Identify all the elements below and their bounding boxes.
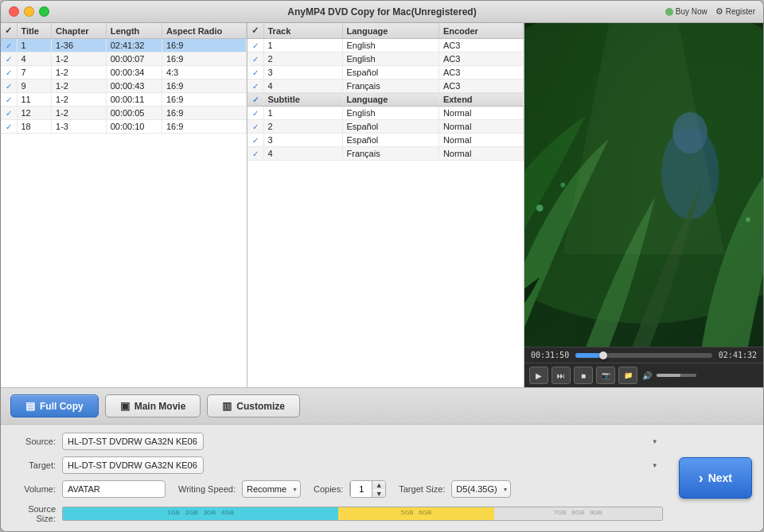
track-check[interactable]: ✓ — [248, 39, 263, 52]
volume-label: Volume: — [12, 484, 56, 494]
source-select-wrapper: HL-DT-ST DVDRW GA32N KE06 — [62, 433, 663, 450]
volume-input[interactable] — [62, 480, 166, 498]
track-check-header: ✓ — [248, 23, 263, 39]
copies-up-button[interactable]: ▲ — [372, 480, 385, 489]
empty-segment: 7GB 8GB 9GB — [494, 507, 662, 520]
sub-extend: Normal — [439, 107, 523, 120]
play-button[interactable]: ▶ — [529, 367, 548, 384]
row-chapter: 1-2 — [52, 52, 107, 66]
buy-now-button[interactable]: Buy Now — [665, 7, 707, 16]
minimize-button[interactable] — [24, 6, 34, 17]
copies-input[interactable] — [350, 481, 372, 497]
next-button[interactable]: › Next — [679, 457, 752, 499]
source-size-label: Source Size: — [12, 504, 56, 523]
row-title: 9 — [17, 80, 52, 93]
sub-check[interactable]: ✓ — [248, 147, 263, 161]
copies-down-button[interactable]: ▼ — [372, 489, 385, 498]
subtitle-row[interactable]: ✓ 2 Español Normal — [248, 120, 524, 134]
track-check[interactable]: ✓ — [248, 66, 263, 80]
sub-check[interactable]: ✓ — [248, 107, 263, 120]
buttons-row: ▤ Full Copy ▣ Main Movie ▥ Customize — [1, 388, 763, 425]
title-check-header: ✓ — [1, 23, 17, 39]
row-check[interactable]: ✓ — [1, 107, 17, 120]
options-row: Volume: Writing Speed: Recomme 2x 4x 8x … — [12, 480, 663, 498]
traffic-lights — [9, 6, 49, 17]
track-lang: Español — [342, 66, 439, 80]
row-check[interactable]: ✓ — [1, 52, 17, 66]
close-button[interactable] — [9, 6, 19, 17]
sub-num: 3 — [263, 134, 342, 147]
volume-slider[interactable] — [657, 374, 696, 377]
track-row[interactable]: ✓ 4 Français AC3 — [248, 80, 524, 93]
track-row[interactable]: ✓ 1 English AC3 — [248, 39, 524, 52]
register-button[interactable]: ⚙ Register — [715, 6, 755, 17]
row-check[interactable]: ✓ — [1, 39, 17, 52]
title-row[interactable]: ✓ 12 1-2 00:00:05 16:9 — [1, 107, 247, 120]
sub-check[interactable]: ✓ — [248, 134, 263, 147]
sub-check[interactable]: ✓ — [248, 120, 263, 134]
target-select[interactable]: HL-DT-ST DVDRW GA32N KE06 — [62, 456, 204, 474]
title-row[interactable]: ✓ 9 1-2 00:00:43 16:9 — [1, 80, 247, 93]
subtitle-row[interactable]: ✓ 1 English Normal — [248, 107, 524, 120]
writing-speed-select[interactable]: Recomme 2x 4x 8x — [242, 480, 301, 498]
target-size-wrapper: D5(4.35G) D9(7.95G) — [451, 480, 511, 498]
title-row[interactable]: ✓ 1 1-36 02:41:32 16:9 — [1, 39, 247, 52]
row-length: 00:00:34 — [106, 66, 162, 80]
row-check[interactable]: ✓ — [1, 120, 17, 134]
sub-num: 2 — [263, 120, 342, 134]
track-num: 2 — [263, 52, 342, 66]
encoder-header: Encoder — [439, 23, 523, 39]
track-lang: English — [342, 52, 439, 66]
form-area: Source: HL-DT-ST DVDRW GA32N KE06 Target… — [1, 425, 763, 531]
preview-video — [524, 23, 763, 347]
sub-extend: Normal — [439, 134, 523, 147]
sub-lang: Español — [342, 120, 439, 134]
yellow-segment: 5GB 6GB — [338, 507, 494, 520]
register-icon: ⚙ — [715, 6, 723, 17]
customize-button[interactable]: ▥ Customize — [207, 394, 300, 417]
track-check[interactable]: ✓ — [248, 80, 263, 93]
progress-bar[interactable] — [575, 353, 712, 358]
row-title: 12 — [17, 107, 52, 120]
row-check[interactable]: ✓ — [1, 66, 17, 80]
row-check[interactable]: ✓ — [1, 93, 17, 107]
track-encoder: AC3 — [439, 39, 523, 52]
full-copy-button[interactable]: ▤ Full Copy — [10, 394, 99, 417]
target-row: Target: HL-DT-ST DVDRW GA32N KE06 — [12, 456, 663, 474]
subtitle-row[interactable]: ✓ 3 Español Normal — [248, 134, 524, 147]
target-select-wrapper: HL-DT-ST DVDRW GA32N KE06 — [62, 456, 663, 474]
track-encoder: AC3 — [439, 80, 523, 93]
target-size-select[interactable]: D5(4.35G) D9(7.95G) — [451, 480, 511, 498]
track-row[interactable]: ✓ 3 Español AC3 — [248, 66, 524, 80]
title-row[interactable]: ✓ 18 1-3 00:00:10 16:9 — [1, 120, 247, 134]
title-row[interactable]: ✓ 7 1-2 00:00:34 4:3 — [1, 66, 247, 80]
title-row[interactable]: ✓ 4 1-2 00:00:07 16:9 — [1, 52, 247, 66]
track-num: 1 — [263, 39, 342, 52]
window-title: AnyMP4 DVD Copy for Mac(Unregistered) — [287, 6, 476, 17]
main-movie-button[interactable]: ▣ Main Movie — [105, 394, 201, 417]
buy-now-icon — [665, 8, 673, 16]
snapshot-button[interactable]: 📷 — [596, 367, 615, 384]
sub-num: 1 — [263, 107, 342, 120]
row-check[interactable]: ✓ — [1, 80, 17, 93]
tables-area: ✓ Title Chapter Length Aspect Radio ✓ 1 … — [1, 23, 763, 388]
row-aspect: 16:9 — [162, 120, 246, 134]
maximize-button[interactable] — [39, 6, 49, 17]
title-row[interactable]: ✓ 11 1-2 00:00:11 16:9 — [1, 93, 247, 107]
track-row[interactable]: ✓ 2 English AC3 — [248, 52, 524, 66]
sub-col-header: Subtitle — [263, 93, 342, 107]
track-check[interactable]: ✓ — [248, 52, 263, 66]
stop-button[interactable]: ■ — [574, 367, 593, 384]
folder-button[interactable]: 📁 — [618, 367, 637, 384]
subtitle-row[interactable]: ✓ 4 Français Normal — [248, 147, 524, 161]
skip-button[interactable]: ⏭ — [552, 367, 571, 384]
row-aspect: 16:9 — [162, 52, 246, 66]
app-window: AnyMP4 DVD Copy for Mac(Unregistered) Bu… — [0, 0, 764, 532]
chapter-header: Chapter — [52, 23, 107, 39]
source-size-row: Source Size: 1GB 2GB 3GB 4GB 5GB 6GB — [12, 504, 663, 523]
next-icon: › — [699, 470, 704, 487]
source-select[interactable]: HL-DT-ST DVDRW GA32N KE06 — [62, 433, 204, 450]
row-length: 00:00:07 — [106, 52, 162, 66]
track-num: 4 — [263, 80, 342, 93]
volume-icon: 🔊 — [642, 371, 652, 380]
